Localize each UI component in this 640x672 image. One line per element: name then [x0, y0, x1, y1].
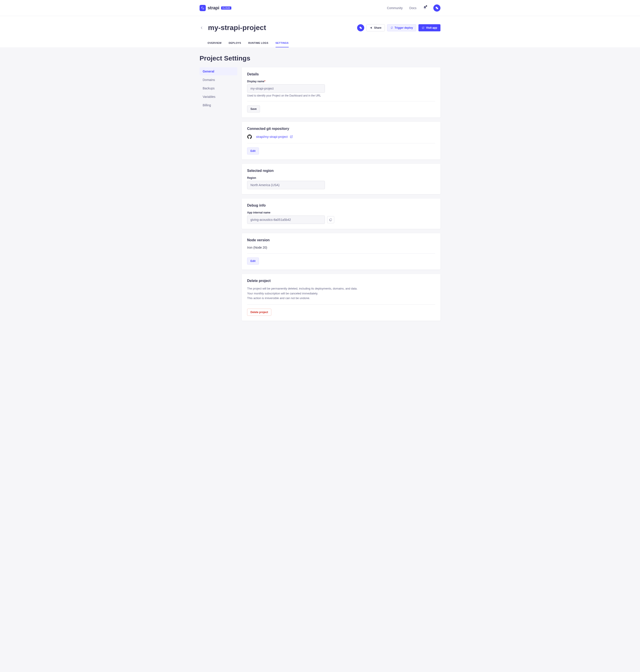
external-link-icon	[422, 27, 424, 29]
display-name-help: Used to identify your Project on the Das…	[247, 94, 435, 97]
strapi-icon	[435, 6, 439, 10]
brand-logo[interactable]: strapi CLOUD	[200, 5, 231, 11]
community-link[interactable]: Community	[387, 6, 403, 10]
display-name-input[interactable]	[247, 84, 325, 93]
trigger-deploy-label: Trigger deploy	[395, 26, 413, 29]
strapi-logo-icon	[200, 5, 206, 11]
delete-project-button[interactable]: Delete project	[247, 309, 271, 316]
repo-title: Connected git repository	[247, 127, 435, 131]
edit-repo-button[interactable]: Edit	[247, 147, 259, 155]
details-card: Details Display name* Used to identify y…	[242, 67, 440, 117]
repo-link[interactable]: strapi/my-strapi-project	[256, 135, 293, 139]
delete-card: Delete project The project will be perma…	[242, 274, 440, 321]
settings-sidebar: General Domains Backups Variables Billin…	[200, 67, 237, 110]
sidebar-item-general[interactable]: General	[200, 67, 237, 75]
delete-title: Delete project	[247, 279, 435, 283]
visit-app-button[interactable]: Visit app	[419, 24, 440, 31]
details-title: Details	[247, 72, 435, 76]
user-avatar[interactable]	[433, 4, 440, 12]
region-label: Region	[247, 176, 435, 180]
visit-app-label: Visit app	[426, 26, 437, 29]
external-link-icon	[290, 135, 293, 138]
delete-line2: Your monthly subscription will be cancel…	[247, 291, 435, 296]
display-name-label: Display name*	[247, 80, 435, 83]
page-title: Project Settings	[200, 55, 440, 62]
cloud-badge: CLOUD	[221, 6, 232, 10]
copy-button[interactable]	[327, 216, 334, 223]
top-navigation: strapi CLOUD Community Docs	[0, 0, 640, 16]
divider	[247, 101, 435, 101]
docs-link[interactable]: Docs	[409, 6, 417, 10]
sidebar-item-billing[interactable]: Billing	[200, 101, 237, 109]
share-button[interactable]: Share	[366, 24, 385, 31]
tab-overview[interactable]: OVERVIEW	[207, 39, 221, 47]
save-button[interactable]: Save	[247, 105, 260, 113]
node-card: Node version Iron (Node 20) Edit	[242, 233, 440, 270]
debug-label: App internal name	[247, 211, 435, 214]
delete-line1: The project will be permanently deleted,…	[247, 286, 435, 291]
sidebar-item-variables[interactable]: Variables	[200, 93, 237, 101]
region-card: Selected region Region	[242, 164, 440, 194]
back-chevron-icon[interactable]	[200, 26, 204, 30]
tab-settings[interactable]: SETTINGS	[276, 39, 289, 47]
divider	[247, 304, 435, 305]
project-title: my-strapi-project	[208, 24, 266, 32]
delete-line3: This action is irreversible and can not …	[247, 296, 435, 300]
region-input	[247, 181, 325, 189]
sidebar-item-backups[interactable]: Backups	[200, 84, 237, 92]
debug-title: Debug info	[247, 203, 435, 208]
strapi-icon	[359, 26, 362, 29]
github-icon	[247, 134, 252, 139]
tab-runtime-logs[interactable]: RUNTIME LOGS	[248, 39, 268, 47]
app-internal-name-input	[247, 215, 325, 224]
notification-dot	[426, 5, 427, 7]
refresh-icon	[390, 27, 393, 29]
notifications-button[interactable]	[423, 6, 427, 10]
sidebar-item-domains[interactable]: Domains	[200, 76, 237, 84]
share-icon	[370, 27, 373, 29]
brand-name: strapi	[207, 5, 219, 11]
project-icon-button[interactable]	[357, 24, 364, 31]
project-header: my-strapi-project Share Trigger deploy V…	[0, 16, 640, 47]
tab-deploys[interactable]: DEPLOYS	[229, 39, 241, 47]
copy-icon	[329, 218, 332, 221]
project-tabs: OVERVIEW DEPLOYS RUNTIME LOGS SETTINGS	[207, 39, 440, 47]
region-title: Selected region	[247, 169, 435, 173]
debug-card: Debug info App internal name	[242, 199, 440, 229]
divider	[247, 253, 435, 254]
share-label: Share	[374, 26, 381, 29]
node-value: Iron (Node 20)	[247, 246, 435, 249]
edit-node-button[interactable]: Edit	[247, 258, 259, 264]
trigger-deploy-button[interactable]: Trigger deploy	[387, 24, 417, 31]
repo-card: Connected git repository strapi/my-strap…	[242, 122, 440, 159]
node-title: Node version	[247, 238, 435, 242]
